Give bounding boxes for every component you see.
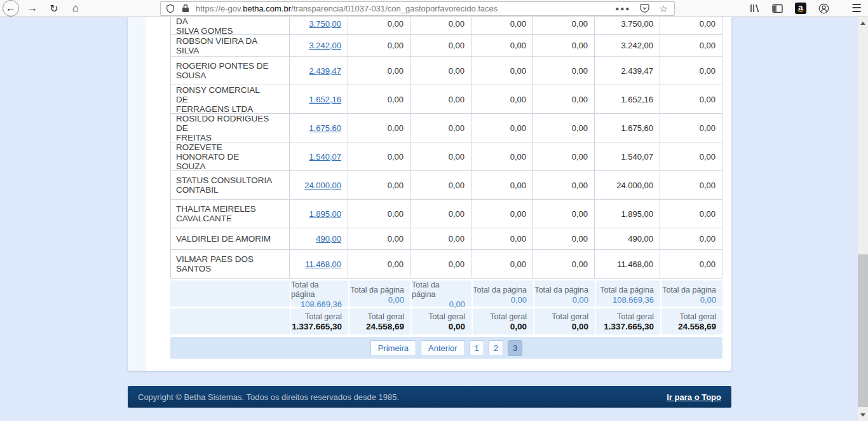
copyright-text: Copyright © Betha Sistemas. Todos os dir… [138,392,399,402]
valor-cell: 0,00 [410,35,471,57]
vertical-scrollbar[interactable] [858,17,868,421]
valor-cell: 0,00 [348,17,410,35]
panel-left-strip [128,17,146,371]
valor-cell: 0,00 [348,57,410,85]
valor-empenhado-link[interactable]: 2.439,47 [309,66,341,76]
favorecido-name: ROSILDO RODRIGUES DEFREITAS [176,114,273,142]
favorecido-name: VALDIRLEI DE AMORIM [176,234,271,244]
valor-cell: 0,00 [660,57,722,85]
table-row: VALDIRLEI DE AMORIM 490,00 0,00 0,00 0,0… [171,228,722,250]
account-icon[interactable] [818,3,829,14]
valor-pago-cell: 490,00 [595,228,660,250]
total-cell: Total da página0,00 [533,280,595,309]
home-button[interactable]: ⌂ [67,0,84,17]
valor-empenhado-link[interactable]: 24.000,00 [304,181,341,190]
sidebar-toggle-icon[interactable] [772,4,783,13]
total-cell: Total geral0,00 [471,308,533,335]
favorecido-name-cell: THALITA MEIRELESCAVALCANTE [171,200,290,228]
valor-empenhado-link[interactable]: 1.540,07 [309,152,341,162]
valor-cell: 0,00 [471,85,533,114]
valor-cell: 0,00 [471,17,533,35]
back-button[interactable]: ← [3,0,19,17]
pagination-bar: Primeira Anterior 123 [170,337,722,359]
valor-cell: 0,00 [533,35,595,57]
valor-cell: 0,00 [533,250,595,279]
valor-cell: 0,00 [533,171,595,200]
valor-cell: 0,00 [348,200,410,228]
lock-icon[interactable] [182,4,189,13]
valor-cell: 0,00 [410,17,471,35]
library-icon[interactable] [750,3,760,13]
favorecido-name-cell: RONSY COMERCIAL DEFERRAGENS LTDA [171,85,290,114]
valor-empenhado-link[interactable]: 3.750,00 [309,19,341,29]
valor-pago-cell: 1.895,00 [595,200,660,228]
valor-empenhado-cell: 24.000,00 [290,171,348,200]
total-cell: Total geral1.337.665,30 [595,308,660,335]
valor-empenhado-link[interactable]: 1.895,00 [309,209,341,219]
pagination-pages: 123 [470,340,523,356]
valor-cell: 0,00 [471,114,533,142]
valor-cell: 0,00 [410,85,471,114]
valor-cell: 0,00 [471,228,533,250]
menu-icon[interactable]: ☰ [851,1,862,15]
favorecido-name: RONSY COMERCIAL DEFERRAGENS LTDA [176,85,273,114]
table-row: RAIMUNDO NONATO DASILVA GOMES 3.750,00 0… [171,17,722,35]
tracking-shield-icon[interactable] [166,4,175,13]
valor-cell: 0,00 [533,85,595,114]
pagination-first-button[interactable]: Primeira [370,340,416,356]
url-protocol: https:// [196,4,220,13]
page-button-2[interactable]: 2 [489,340,503,356]
scrollbar-thumb[interactable] [858,254,868,407]
valor-cell: 0,00 [410,171,471,200]
valor-cell: 0,00 [660,85,722,114]
forward-button[interactable]: → [24,0,41,17]
table-row: RONSY COMERCIAL DEFERRAGENS LTDA 1.652,1… [171,85,722,114]
favorecido-name-cell: STATUS CONSULTORIACONTABIL [171,171,290,200]
scroll-down-arrow[interactable] [858,410,868,420]
table-row: VILMAR PAES DOSSANTOS 11.468,00 0,00 0,0… [171,250,722,279]
back-to-top-link[interactable]: Ir para o Topo [667,392,721,402]
valor-empenhado-link[interactable]: 1.675,60 [309,123,341,133]
valor-cell: 0,00 [660,35,722,57]
valor-cell: 0,00 [348,114,410,142]
total-cell: Total geral24.558,69 [660,308,722,335]
valor-cell: 0,00 [471,35,533,57]
favorecido-name: VILMAR PAES DOSSANTOS [176,254,254,273]
total-cell: Total geral0,00 [533,308,595,335]
favorecido-name-cell: VALDIRLEI DE AMORIM [171,228,290,250]
table-totals: Total da página108.669,36Total da página… [170,280,722,335]
valor-empenhado-link[interactable]: 3.242,00 [309,41,341,50]
valor-pago-cell: 1.652,16 [595,85,660,114]
valor-empenhado-link[interactable]: 490,00 [316,234,341,244]
valor-empenhado-link[interactable]: 1.652,16 [309,95,341,104]
bookmark-star-icon[interactable]: ☆ [659,4,667,13]
favorecido-name-cell: ROSILDO RODRIGUES DEFREITAS [171,114,290,142]
page-button-1[interactable]: 1 [470,340,484,356]
reload-button[interactable]: ↻ [46,0,62,17]
total-cell: Total geral0,00 [410,308,471,335]
table-row: ROZEVETE HONORATO DESOUZA 1.540,07 0,00 … [171,142,722,171]
pocket-icon[interactable] [640,4,649,13]
page-button-3[interactable]: 3 [508,340,522,356]
url-bar[interactable]: https://e-gov.betha.com.br/transparencia… [160,1,675,16]
favorecido-name-cell: ROGERIO PONTES DESOUSA [171,57,290,85]
total-cell: Total geral1.337.665,30 [290,308,348,335]
table-row: ROBSON VIEIRA DA SILVA 3.242,00 0,00 0,0… [171,35,722,57]
valor-cell: 0,00 [533,200,595,228]
valor-cell: 0,00 [533,142,595,171]
pagination-previous-button[interactable]: Anterior [421,340,465,356]
valor-cell: 0,00 [533,228,595,250]
url-text[interactable]: https://e-gov.betha.com.br/transparencia… [196,4,498,13]
valor-empenhado-cell: 1.652,16 [290,85,348,114]
favorecido-name: STATUS CONSULTORIACONTABIL [176,176,272,195]
favorecido-name-cell: ROBSON VIEIRA DA SILVA [171,35,290,57]
valor-empenhado-link[interactable]: 11.468,00 [305,259,341,269]
total-cell: Total da página0,00 [410,280,471,309]
url-subdomain: e-gov. [220,4,243,13]
scroll-up-arrow[interactable] [858,18,868,28]
valor-cell: 0,00 [348,250,410,279]
reload-icon: ↻ [50,3,58,15]
favorecido-name: ROGERIO PONTES DESOUSA [176,61,269,80]
page-actions-icon[interactable]: ●●● [615,5,630,12]
amazon-extension-icon[interactable]: a [795,3,806,14]
